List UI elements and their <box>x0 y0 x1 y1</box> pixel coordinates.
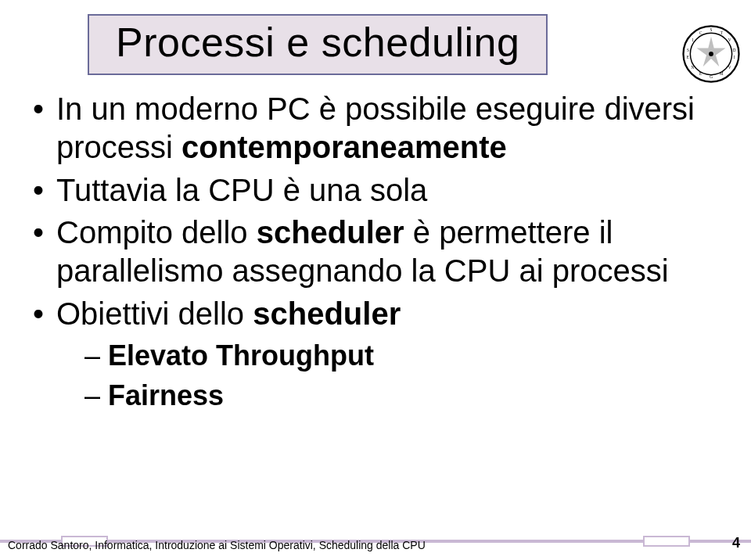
university-seal-icon: S T V D I V M G E N E S I C <box>682 25 740 83</box>
page-number: 4 <box>732 535 740 551</box>
svg-text:G: G <box>710 74 713 79</box>
header: Processi e scheduling S T V D I V M G E <box>0 14 751 75</box>
sub-text-bold: Elevato Throughput <box>108 339 374 372</box>
bullet-text-pre: Tuttavia la CPU è una sola <box>56 173 427 207</box>
footer: Corrado Santoro, Informatica, Introduzio… <box>0 530 751 554</box>
bullet-list: In un moderno PC è possibile eseguire di… <box>30 90 728 413</box>
bullet-text-pre: Obiettivi dello <box>56 296 253 331</box>
sub-bullet-item: Fairness <box>56 378 728 413</box>
content-area: In un moderno PC è possibile eseguire di… <box>30 90 728 418</box>
svg-text:M: M <box>720 71 724 76</box>
svg-text:N: N <box>691 65 694 70</box>
bullet-item: Compito dello scheduler è permettere il … <box>30 214 728 290</box>
bullet-text-bold: contemporaneamente <box>181 130 507 164</box>
footer-text: Corrado Santoro, Informatica, Introduzio… <box>8 539 426 551</box>
title-box: Processi e scheduling <box>88 14 548 75</box>
bullet-text-pre: Compito dello <box>56 215 257 249</box>
bullet-text-bold: scheduler <box>253 296 401 331</box>
bullet-item: In un moderno PC è possibile eseguire di… <box>30 90 728 167</box>
bullet-item: Obiettivi dello scheduler Elevato Throug… <box>30 295 728 413</box>
sub-text-bold: Fairness <box>108 379 224 411</box>
svg-text:V: V <box>728 65 731 70</box>
svg-text:D: D <box>733 48 736 52</box>
svg-text:E: E <box>687 55 689 59</box>
svg-text:V: V <box>728 38 731 42</box>
sub-bullet-list: Elevato Throughput Fairness <box>56 338 728 413</box>
svg-text:I: I <box>692 38 693 42</box>
svg-text:S: S <box>687 48 689 52</box>
bullet-item: Tuttavia la CPU è una sola <box>30 171 728 210</box>
svg-text:E: E <box>699 71 702 76</box>
svg-text:S: S <box>710 27 713 32</box>
svg-text:I: I <box>734 55 735 59</box>
sub-bullet-item: Elevato Throughput <box>56 338 728 373</box>
slide: Processi e scheduling S T V D I V M G E <box>0 0 751 560</box>
svg-text:C: C <box>699 31 702 35</box>
bullet-text-bold: scheduler <box>257 215 404 249</box>
slide-title: Processi e scheduling <box>116 19 519 66</box>
